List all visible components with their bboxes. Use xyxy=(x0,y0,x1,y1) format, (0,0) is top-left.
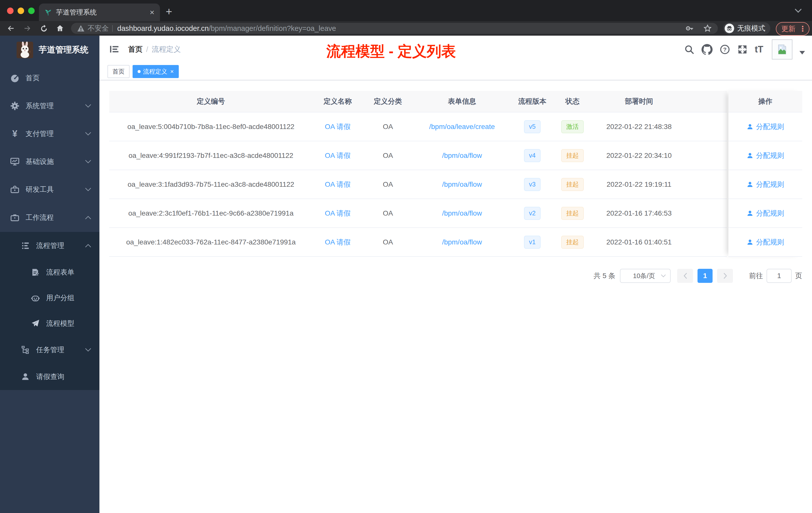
table-row: oa_leave:3:1fad3d93-7b75-11ec-a3c8-acde4… xyxy=(109,170,727,199)
assign-rule-label: 分配规则 xyxy=(756,180,784,189)
status-badge: 挂起 xyxy=(561,207,584,220)
deploy-time: 2022-01-22 21:48:38 xyxy=(591,113,687,141)
forward-icon[interactable] xyxy=(23,24,32,33)
sidebar-item-task-mgmt[interactable]: 任务管理 xyxy=(0,336,99,363)
assign-rule-link[interactable]: 分配规则 xyxy=(747,122,784,131)
definition-category: OA xyxy=(363,228,413,256)
definition-name-link[interactable]: OA 请假 xyxy=(325,151,351,160)
tab-search-chevron-icon[interactable] xyxy=(794,7,802,13)
url-bar[interactable]: 不安全 dashboard.yudao.iocoder.cn/bpm/manag… xyxy=(71,23,718,34)
current-page-button[interactable]: 1 xyxy=(697,269,713,283)
sidebar-item-system[interactable]: 系统管理 xyxy=(0,92,99,120)
status-badge: 激活 xyxy=(561,120,584,133)
version-badge: v3 xyxy=(524,178,541,191)
definition-name-link[interactable]: OA 请假 xyxy=(325,180,351,189)
toolbox-icon xyxy=(9,184,21,194)
sidebar-item-infra[interactable]: 基础设施 xyxy=(0,148,99,175)
status-badge: 挂起 xyxy=(561,236,584,249)
sidebar-item-devtools[interactable]: 研发工具 xyxy=(0,175,99,203)
chevron-down-icon xyxy=(85,187,91,191)
definition-name-link[interactable]: OA 请假 xyxy=(325,237,351,247)
password-key-icon[interactable] xyxy=(686,24,694,32)
page-size-select[interactable]: 10条/页 xyxy=(620,269,671,283)
caret-down-icon[interactable] xyxy=(800,51,805,55)
page-size-value: 10条/页 xyxy=(628,272,661,280)
screen: 芋道管理系统 × + 不安全 dashboard.yudao.iocoder.c… xyxy=(0,0,812,513)
chevron-down-icon xyxy=(661,274,666,278)
col-header-id: 定义编号 xyxy=(109,91,313,112)
browser-tab[interactable]: 芋道管理系统 × xyxy=(39,3,160,21)
browser-menu-icon[interactable]: ⋮ xyxy=(799,25,807,33)
fullscreen-icon[interactable] xyxy=(737,44,748,55)
next-page-button[interactable] xyxy=(717,269,733,283)
sidebar-logo[interactable]: 芋道管理系统 xyxy=(0,36,99,64)
window-controls[interactable] xyxy=(7,7,35,14)
definition-name-link[interactable]: OA 请假 xyxy=(325,122,351,131)
sidebar-item-label: 工作流程 xyxy=(26,213,54,222)
minimize-window-button[interactable] xyxy=(18,7,24,14)
table-fixed-column: 操作 分配规则 分配规则 分配规则 分配规则 分配规则 xyxy=(728,91,802,257)
definition-name-link[interactable]: OA 请假 xyxy=(325,209,351,218)
sidebar-item-workflow[interactable]: 工作流程 xyxy=(0,203,99,232)
assign-rule-label: 分配规则 xyxy=(756,237,784,247)
font-size-icon[interactable]: tT xyxy=(755,44,763,55)
status-badge: 挂起 xyxy=(561,178,584,191)
assign-rule-link[interactable]: 分配规则 xyxy=(747,237,784,247)
sidebar-item-process-mgmt[interactable]: 流程管理 xyxy=(0,232,99,260)
prev-page-button[interactable] xyxy=(677,269,693,283)
version-badge: v2 xyxy=(524,207,541,220)
sidebar-item-label: 支付管理 xyxy=(26,129,54,139)
deploy-time: 2022-01-16 17:46:53 xyxy=(591,199,687,228)
sidebar-item-payment[interactable]: ¥ 支付管理 xyxy=(0,120,99,148)
assign-rule-link[interactable]: 分配规则 xyxy=(747,151,784,160)
reload-icon[interactable] xyxy=(40,24,48,33)
assign-rule-link[interactable]: 分配规则 xyxy=(747,209,784,218)
goto-page-input[interactable]: 1 xyxy=(766,269,792,283)
table-row: oa_leave:1:482ec033-762a-11ec-8477-a2380… xyxy=(109,228,727,257)
sidebar-item-home[interactable]: 首页 xyxy=(0,64,99,92)
tag-process-definition[interactable]: 流程定义 × xyxy=(133,65,179,78)
hamburger-icon[interactable] xyxy=(109,44,119,54)
assign-rule-link[interactable]: 分配规则 xyxy=(747,180,784,189)
form-link[interactable]: /bpm/oa/flow xyxy=(442,209,482,217)
pagination-total: 共 5 条 xyxy=(593,271,615,280)
form-link[interactable]: /bpm/oa/leave/create xyxy=(429,123,495,131)
sidebar-item-process-form[interactable]: 流程表单 xyxy=(0,260,99,285)
bookmark-star-icon[interactable] xyxy=(703,24,712,33)
definition-category: OA xyxy=(363,170,413,199)
status-badge: 挂起 xyxy=(561,149,584,162)
help-icon[interactable]: ? xyxy=(720,44,730,55)
github-icon[interactable] xyxy=(701,44,713,55)
tab-close-icon[interactable]: × xyxy=(150,8,154,16)
new-tab-button[interactable]: + xyxy=(166,6,172,17)
search-icon[interactable] xyxy=(684,44,695,55)
form-link[interactable]: /bpm/oa/flow xyxy=(442,180,482,188)
close-window-button[interactable] xyxy=(7,7,13,14)
sidebar-item-user-group[interactable]: 用户分组 xyxy=(0,285,99,311)
form-link[interactable]: /bpm/oa/flow xyxy=(442,152,482,160)
breadcrumb-current: 流程定义 xyxy=(152,44,181,55)
url-path: /bpm/manager/definition?key=oa_leave xyxy=(209,24,336,33)
definition-category: OA xyxy=(363,113,413,141)
tag-home[interactable]: 首页 xyxy=(108,65,129,78)
col-header-category: 定义分类 xyxy=(363,91,413,112)
back-icon[interactable] xyxy=(6,24,15,33)
home-icon[interactable] xyxy=(56,24,64,33)
chevron-up-icon xyxy=(85,244,91,248)
workflow-submenu: 流程管理 流程表单 用户分组 流程模型 xyxy=(0,232,99,390)
tag-close-icon[interactable]: × xyxy=(170,68,174,75)
deploy-time: 2022-01-16 01:40:51 xyxy=(591,228,687,256)
zoom-window-button[interactable] xyxy=(28,7,35,14)
table-row: oa_leave:4:991f2193-7b7f-11ec-a3c8-acde4… xyxy=(109,141,727,170)
sidebar-item-label: 首页 xyxy=(26,73,40,83)
sidebar-item-process-model[interactable]: 流程模型 xyxy=(0,311,99,336)
security-label[interactable]: 不安全 xyxy=(88,24,109,33)
col-header-actions: 操作 xyxy=(728,91,802,112)
browser-update-button[interactable]: 更新 ⋮ xyxy=(776,22,810,36)
breadcrumb-home[interactable]: 首页 xyxy=(128,44,143,55)
form-link[interactable]: /bpm/oa/flow xyxy=(442,238,482,246)
omnibox-divider xyxy=(112,25,113,32)
sidebar-item-label: 用户分组 xyxy=(46,293,74,303)
avatar[interactable] xyxy=(772,39,792,59)
sidebar-item-leave-query[interactable]: 请假查询 xyxy=(0,363,99,390)
